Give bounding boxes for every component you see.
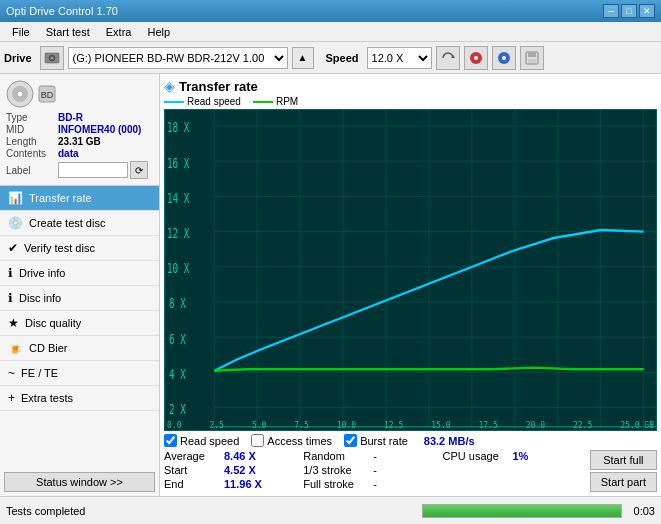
stats-area: Average 8.46 X Start 4.52 X End 11.96 X … bbox=[164, 450, 657, 492]
svg-text:2 X: 2 X bbox=[169, 401, 186, 418]
svg-rect-16 bbox=[165, 110, 656, 430]
nav-cd-bier[interactable]: 🍺 CD Bier bbox=[0, 336, 159, 361]
drive-label: Drive bbox=[4, 52, 32, 64]
svg-point-13 bbox=[17, 91, 23, 97]
label-input[interactable] bbox=[58, 162, 128, 178]
main-content: BD Type BD-R MID INFOMER40 (000) Length … bbox=[0, 74, 661, 496]
stroke-1-3-value: - bbox=[373, 464, 377, 476]
nav-menu: 📊 Transfer rate 💿 Create test disc ✔ Ver… bbox=[0, 186, 159, 468]
start-full-btn[interactable]: Start full bbox=[590, 450, 657, 470]
status-bar: Tests completed 0:03 bbox=[0, 496, 661, 524]
nav-transfer-rate[interactable]: 📊 Transfer rate bbox=[0, 186, 159, 211]
extra-tests-icon: + bbox=[8, 391, 15, 405]
menu-extra[interactable]: Extra bbox=[98, 24, 140, 40]
nav-extra-tests[interactable]: + Extra tests bbox=[0, 386, 159, 411]
chart-graph: 18 X 16 X 14 X 12 X 10 X 8 X 6 X 4 X 2 X bbox=[164, 109, 657, 431]
nav-disc-info[interactable]: ℹ Disc info bbox=[0, 286, 159, 311]
cd-bier-icon: 🍺 bbox=[8, 341, 23, 355]
chart-svg: 18 X 16 X 14 X 12 X 10 X 8 X 6 X 4 X 2 X bbox=[165, 110, 656, 430]
svg-text:BD: BD bbox=[41, 90, 54, 100]
nav-verify-test-disc[interactable]: ✔ Verify test disc bbox=[0, 236, 159, 261]
chart-title-icon: ◈ bbox=[164, 78, 175, 94]
start-part-btn[interactable]: Start part bbox=[590, 472, 657, 492]
refresh-icon-btn[interactable] bbox=[436, 46, 460, 70]
menu-help[interactable]: Help bbox=[139, 24, 178, 40]
svg-text:18 X: 18 X bbox=[167, 119, 190, 136]
svg-text:4 X: 4 X bbox=[169, 366, 186, 383]
drive-icon-btn[interactable] bbox=[40, 46, 64, 70]
window-controls[interactable]: ─ □ ✕ bbox=[603, 4, 655, 18]
maximize-button[interactable]: □ bbox=[621, 4, 637, 18]
svg-text:12 X: 12 X bbox=[167, 225, 190, 242]
length-value: 23.31 GB bbox=[58, 136, 101, 147]
rpm-color bbox=[253, 101, 273, 103]
x-label-22-5: 22.5 bbox=[573, 421, 592, 430]
x-label-7-5: 7.5 bbox=[294, 421, 308, 430]
drive-select[interactable]: (G:) PIONEER BD-RW BDR-212V 1.00 bbox=[68, 47, 288, 69]
app-title: Opti Drive Control 1.70 bbox=[6, 5, 118, 17]
label-refresh-btn[interactable]: ⟳ bbox=[130, 161, 148, 179]
x-label-0: 0.0 bbox=[167, 421, 181, 430]
label-label: Label bbox=[6, 165, 58, 176]
full-stroke-value: - bbox=[373, 478, 377, 490]
speed-select[interactable]: 12.0 X bbox=[367, 47, 432, 69]
x-label-25: 25.0 GB bbox=[620, 421, 654, 430]
random-label: Random bbox=[303, 450, 373, 462]
disc-red-btn[interactable] bbox=[464, 46, 488, 70]
legend-read-speed: Read speed bbox=[164, 96, 241, 107]
access-times-checkbox[interactable]: Access times bbox=[251, 434, 332, 447]
svg-rect-10 bbox=[528, 59, 536, 63]
chart-area: ◈ Transfer rate Read speed RPM bbox=[160, 74, 661, 496]
x-label-10: 10.0 bbox=[337, 421, 356, 430]
mid-label: MID bbox=[6, 124, 58, 135]
nav-disc-quality[interactable]: ★ Disc quality bbox=[0, 311, 159, 336]
svg-text:6 X: 6 X bbox=[169, 330, 186, 347]
svg-text:8 X: 8 X bbox=[169, 295, 186, 312]
close-button[interactable]: ✕ bbox=[639, 4, 655, 18]
title-bar: Opti Drive Control 1.70 ─ □ ✕ bbox=[0, 0, 661, 22]
status-window-btn[interactable]: Status window >> bbox=[4, 472, 155, 492]
chart-legend: Read speed RPM bbox=[164, 96, 657, 107]
contents-value[interactable]: data bbox=[58, 148, 79, 159]
verify-disc-icon: ✔ bbox=[8, 241, 18, 255]
contents-label: Contents bbox=[6, 148, 58, 159]
svg-point-5 bbox=[474, 56, 478, 60]
length-label: Length bbox=[6, 136, 58, 147]
nav-fe-te[interactable]: ~ FE / TE bbox=[0, 361, 159, 386]
svg-point-7 bbox=[502, 56, 506, 60]
svg-rect-9 bbox=[528, 52, 536, 57]
read-speed-checkbox[interactable]: Read speed bbox=[164, 434, 239, 447]
action-buttons: Start full Start part bbox=[590, 450, 657, 492]
transfer-rate-icon: 📊 bbox=[8, 191, 23, 205]
menu-file[interactable]: File bbox=[4, 24, 38, 40]
read-speed-color bbox=[164, 101, 184, 103]
disc-blue-btn[interactable] bbox=[492, 46, 516, 70]
x-label-12-5: 12.5 bbox=[384, 421, 403, 430]
mid-value: INFOMER40 (000) bbox=[58, 124, 141, 135]
progress-fill bbox=[423, 505, 621, 517]
cpu-label: CPU usage bbox=[443, 450, 513, 462]
minimize-button[interactable]: ─ bbox=[603, 4, 619, 18]
legend-rpm: RPM bbox=[253, 96, 298, 107]
disc-quality-icon: ★ bbox=[8, 316, 19, 330]
stats-col-mid: Random - 1/3 stroke - Full stroke - bbox=[303, 450, 442, 492]
status-time: 0:03 bbox=[634, 505, 655, 517]
stats-col-right: CPU usage 1% bbox=[443, 450, 582, 492]
nav-drive-info[interactable]: ℹ Drive info bbox=[0, 261, 159, 286]
save-btn[interactable] bbox=[520, 46, 544, 70]
chart-title: Transfer rate bbox=[179, 79, 258, 94]
end-value: 11.96 X bbox=[224, 478, 262, 490]
x-label-2-5: 2.5 bbox=[209, 421, 223, 430]
x-label-17-5: 17.5 bbox=[479, 421, 498, 430]
status-text: Tests completed bbox=[6, 505, 414, 517]
burst-rate-checkbox[interactable]: Burst rate bbox=[344, 434, 408, 447]
progress-bar bbox=[422, 504, 622, 518]
nav-create-test-disc[interactable]: 💿 Create test disc bbox=[0, 211, 159, 236]
svg-text:16 X: 16 X bbox=[167, 154, 190, 171]
eject-button[interactable]: ▲ bbox=[292, 47, 314, 69]
speed-label: Speed bbox=[326, 52, 359, 64]
create-disc-icon: 💿 bbox=[8, 216, 23, 230]
menu-start-test[interactable]: Start test bbox=[38, 24, 98, 40]
drive-info-icon: ℹ bbox=[8, 266, 13, 280]
x-label-5: 5.0 bbox=[252, 421, 266, 430]
